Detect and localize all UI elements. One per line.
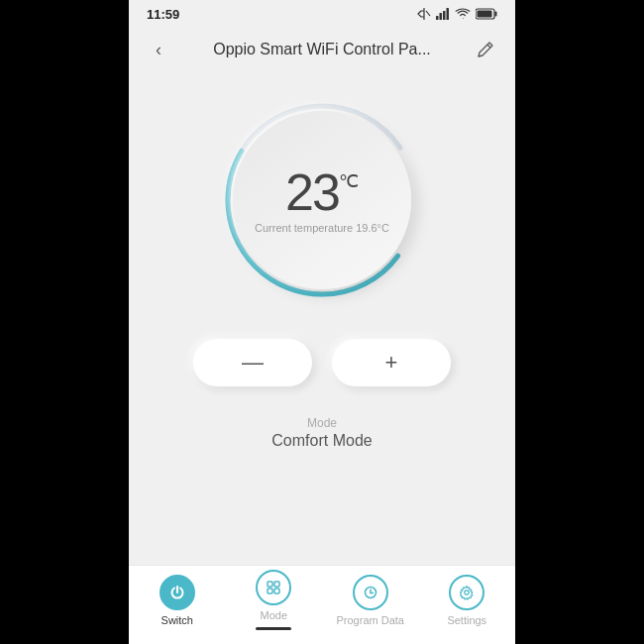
settings-label: Settings [447,614,486,626]
settings-icon-circle [449,575,484,610]
temperature-unit: ℃ [339,172,359,190]
mode-tab-label: Mode [260,609,287,621]
program-icon-wrap [353,575,388,610]
mode-label: Mode [271,416,372,430]
nav-bar: ‹ Oppio Smart WiFi Control Pa... [129,28,515,71]
controls-row: — + [193,339,451,386]
dial-inner: 23 ℃ Current temperature 19.6°C [233,111,411,289]
switch-label: Switch [161,614,193,626]
svg-rect-3 [443,11,446,20]
page-title: Oppio Smart WiFi Control Pa... [172,41,472,58]
switch-icon-circle [160,575,195,610]
decrease-icon: — [242,350,264,376]
grid-icon [266,580,281,595]
set-temperature: 23 [285,166,339,218]
svg-point-19 [465,590,469,593]
power-icon [169,585,185,600]
tab-switch[interactable]: Switch [129,575,226,626]
program-icon-circle [353,575,388,610]
increase-button[interactable]: + [332,339,451,386]
mode-icon-circle [256,570,291,605]
tab-active-indicator [256,627,291,630]
battery-icon [476,8,497,20]
phone-frame: 11:59 [129,0,515,644]
temperature-display: 23 ℃ [285,166,359,218]
switch-icon-wrap [160,575,195,610]
svg-rect-7 [478,11,492,18]
svg-line-0 [426,11,430,16]
svg-rect-12 [268,582,272,587]
wifi-icon [455,8,471,20]
mode-icon-wrap [256,570,291,605]
mute-icon [417,7,431,21]
decrease-button[interactable]: — [193,339,312,386]
status-time: 11:59 [147,7,179,22]
back-button[interactable]: ‹ [145,36,172,63]
current-temperature: Current temperature 19.6°C [255,222,389,234]
settings-icon-wrap [449,575,484,610]
svg-rect-2 [440,13,443,20]
svg-line-8 [487,45,490,48]
svg-rect-4 [447,8,450,20]
clock-icon [363,585,378,600]
tab-program[interactable]: Program Data [322,575,419,626]
svg-rect-15 [274,589,279,593]
signal-icon [436,8,450,20]
svg-rect-6 [495,12,497,17]
svg-rect-14 [268,589,272,593]
mode-value: Comfort Mode [271,432,372,450]
status-bar: 11:59 [129,0,515,28]
thermostat-dial[interactable]: 23 ℃ Current temperature 19.6°C [213,91,431,309]
tab-settings[interactable]: Settings [419,575,516,626]
edit-icon [477,41,494,58]
edit-button[interactable] [472,36,499,63]
increase-icon: + [385,350,398,376]
gear-icon [459,585,475,600]
status-icons [417,7,497,21]
tab-mode[interactable]: Mode [226,570,323,630]
tab-bar: Switch Mode [129,565,515,644]
svg-rect-1 [436,16,439,20]
mode-section: Mode Comfort Mode [271,416,372,450]
main-content: 23 ℃ Current temperature 19.6°C — + Mode… [129,71,515,565]
svg-rect-13 [274,582,279,587]
program-label: Program Data [337,614,404,626]
